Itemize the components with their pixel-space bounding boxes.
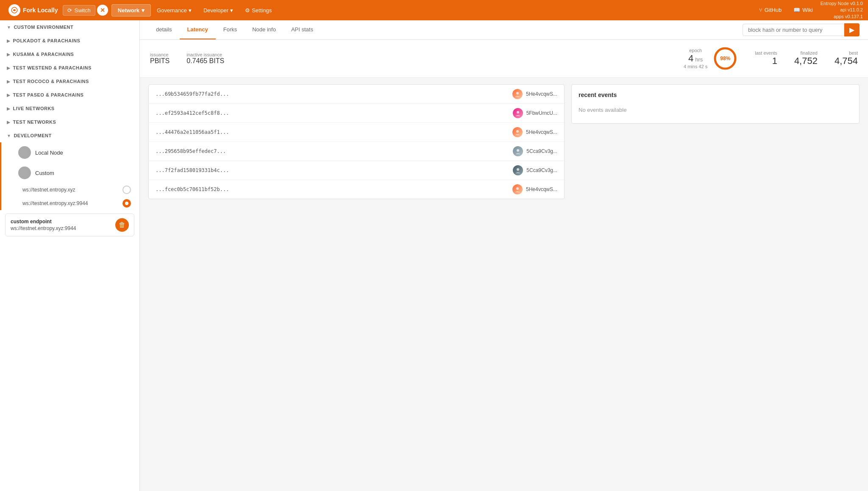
epoch-info: epoch 4 hrs 4 mins 42 s: [684, 48, 707, 69]
issuance-value: PBITS: [150, 57, 170, 65]
author-avatar: [513, 165, 523, 175]
last-events-stat: last events 1: [755, 50, 777, 67]
custom-endpoint-text: custom endpoint ws://testnet.entropy.xyz…: [11, 219, 76, 231]
events-finalized: last events 1 finalized 4,752 best 4,754: [755, 50, 858, 67]
endpoint-radio-1[interactable]: [122, 186, 131, 194]
entropy-logo: [11, 6, 18, 14]
search-bar: ▶: [743, 23, 860, 36]
section-label: LIVE NETWORKS: [13, 106, 55, 111]
finalized-value: 4,752: [794, 55, 818, 67]
sidebar-item-custom[interactable]: Custom: [1, 163, 139, 183]
tab-forks[interactable]: Forks: [216, 20, 245, 39]
sidebar-section-kusama[interactable]: KUSAMA & PARACHAINS: [0, 47, 139, 61]
github-label: GitHub: [765, 7, 782, 13]
wiki-icon: 📖: [793, 7, 800, 13]
issuance-label: issuance: [150, 52, 170, 57]
network-button[interactable]: Network ▾: [111, 4, 151, 17]
last-events-label: last events: [755, 50, 777, 55]
svg-point-7: [517, 168, 519, 171]
developer-label: Developer: [203, 7, 228, 14]
stats-bar: issuance PBITS inactive issuance 0.7465 …: [140, 40, 868, 78]
author-address: 5He4vcqwS...: [526, 91, 557, 97]
section-label: DEVELOPMENT: [14, 133, 51, 138]
fork-locally-button[interactable]: Fork Locally: [5, 3, 61, 18]
inactive-issuance-block: inactive issuance 0.7465 BITS: [186, 52, 224, 65]
last-events-value: 1: [772, 55, 777, 67]
svg-point-4: [517, 111, 519, 114]
block-author: 5He4vcqwS...: [512, 184, 557, 194]
switch-button[interactable]: ⟳ Switch: [63, 5, 95, 16]
chevron-right-icon: [7, 52, 11, 57]
author-address: 5Cca9Cv3g...: [526, 148, 557, 154]
svg-point-6: [517, 149, 519, 152]
epoch-remaining: 4 mins 42 s: [684, 64, 707, 69]
sidebar-section-live-networks[interactable]: LIVE NETWORKS: [0, 102, 139, 115]
sidebar-section-custom-env[interactable]: CUSTOM ENVIRONMENT: [0, 20, 139, 34]
table-row[interactable]: ...295658b95effedec7... 5Cca9Cv3g...: [149, 142, 564, 161]
sub-nav: details Latency Forks Node info API stat…: [140, 20, 868, 40]
block-hash: ...295658b95effedec7...: [156, 148, 508, 154]
epoch-pct-label: 98%: [720, 55, 730, 61]
nav-right: ⑂ GitHub 📖 Wiki Entropy Node v0.1.0 api …: [755, 0, 863, 20]
endpoint-radio-2[interactable]: [122, 199, 131, 208]
switch-icon: ⟳: [67, 7, 72, 14]
sidebar-section-test-networks[interactable]: TEST NETWORKS: [0, 115, 139, 129]
developer-button[interactable]: Developer ▾: [198, 5, 239, 16]
custom-endpoint-card: custom endpoint ws://testnet.entropy.xyz…: [5, 214, 134, 236]
sidebar-section-test-paseo[interactable]: TEST PASEO & PARACHAINS: [0, 88, 139, 102]
main-content: details Latency Forks Node info API stat…: [140, 20, 868, 491]
custom-endpoint-url: ws://testnet.entropy.xyz:9944: [11, 225, 76, 231]
chevron-right-icon: [7, 120, 11, 125]
tab-details[interactable]: details: [148, 20, 180, 39]
finalized-label: finalized: [801, 50, 818, 55]
recent-events-card: recent events No events available: [571, 84, 860, 124]
delete-endpoint-button[interactable]: 🗑: [115, 218, 129, 232]
sidebar: CUSTOM ENVIRONMENT POLKADOT & PARACHAINS…: [0, 20, 140, 491]
table-row[interactable]: ...7f2fad158019331b4c... 5Cca9Cv3g...: [149, 161, 564, 180]
sidebar-section-test-westend[interactable]: TEST WESTEND & PARACHAINS: [0, 61, 139, 75]
tab-label: details: [156, 26, 172, 33]
node-indicator: [18, 166, 31, 179]
recent-events-title: recent events: [579, 92, 852, 98]
governance-button[interactable]: Governance ▾: [151, 5, 198, 16]
section-label: TEST NETWORKS: [13, 119, 56, 125]
sidebar-item-local-node[interactable]: Local Node: [1, 142, 139, 163]
close-button[interactable]: ✕: [97, 5, 108, 16]
endpoint-url: ws://testnet.entropy.xyz: [22, 187, 75, 193]
author-address: 5He4vcqwS...: [526, 129, 557, 135]
table-row[interactable]: ...69b534659fb77fa2fd... 5He4vcqwS...: [149, 85, 564, 104]
search-button[interactable]: ▶: [844, 23, 860, 36]
blocks-panel: ...69b534659fb77fa2fd... 5He4vcqwS... ..…: [148, 84, 565, 484]
table-row[interactable]: ...ef2593a412cef5c8f8... 5FbwUrncU...: [149, 104, 564, 123]
github-button[interactable]: ⑂ GitHub: [755, 5, 786, 15]
tab-latency[interactable]: Latency: [180, 20, 216, 39]
endpoint-url: ws://testnet.entropy.xyz:9944: [22, 200, 88, 206]
sidebar-section-development[interactable]: DEVELOPMENT: [0, 129, 139, 142]
network-label: Network: [118, 7, 139, 14]
epoch-hrs-unit: hrs: [695, 56, 703, 63]
sidebar-section-test-rococo[interactable]: TEST ROCOCO & PARACHAINS: [0, 75, 139, 88]
author-avatar: [512, 127, 523, 137]
section-label: POLKADOT & PARACHAINS: [13, 38, 81, 43]
block-author: 5Cca9Cv3g...: [513, 165, 557, 175]
tab-node-info[interactable]: Node info: [245, 20, 284, 39]
app-title: Entropy Node v0.1.0: [821, 0, 863, 7]
epoch-hrs-value: 4: [688, 53, 693, 64]
top-nav: Fork Locally ⟳ Switch ✕ Network ▾ Govern…: [0, 0, 868, 20]
table-row[interactable]: ...fcec0b5c70611bf52b... 5He4vcqwS...: [149, 180, 564, 199]
svg-point-5: [516, 130, 519, 133]
section-label: CUSTOM ENVIRONMENT: [14, 25, 73, 30]
table-row[interactable]: ...44476a2e11056aa5f1... 5He4vcqwS...: [149, 123, 564, 142]
author-address: 5He4vcqwS...: [526, 186, 557, 192]
settings-button[interactable]: ⚙ Settings: [239, 5, 278, 16]
logo-icon: [8, 4, 20, 16]
tab-api-stats[interactable]: API stats: [284, 20, 321, 39]
block-hash: ...ef2593a412cef5c8f8...: [156, 110, 508, 116]
custom-endpoint-label: custom endpoint: [11, 219, 76, 225]
version-info: Entropy Node v0.1.0 api v11.0.2 apps v0.…: [821, 0, 863, 20]
wiki-button[interactable]: 📖 Wiki: [789, 5, 817, 15]
sidebar-section-polkadot[interactable]: POLKADOT & PARACHAINS: [0, 34, 139, 47]
author-avatar: [512, 89, 523, 99]
search-input[interactable]: [743, 24, 844, 36]
svg-point-8: [516, 187, 519, 190]
